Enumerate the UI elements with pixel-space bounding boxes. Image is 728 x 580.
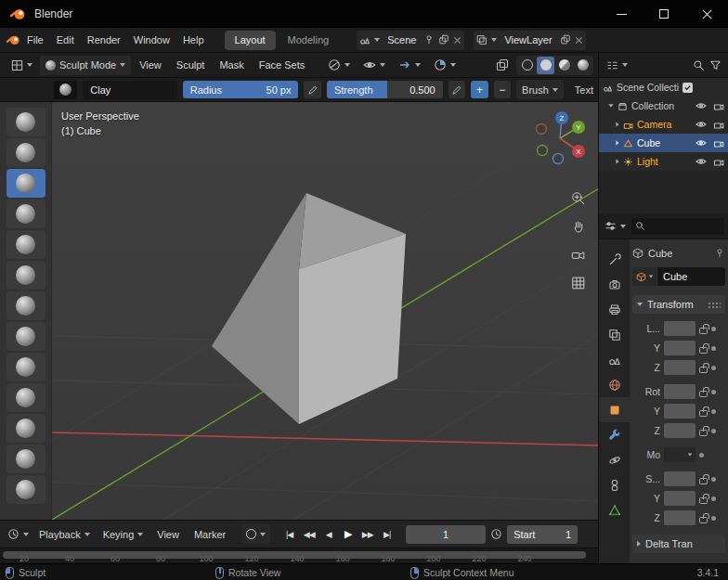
pin-icon[interactable]	[714, 248, 725, 259]
xray-toggle[interactable]	[490, 56, 514, 75]
unlink-scene-icon[interactable]	[453, 36, 462, 45]
brush-fill[interactable]	[6, 445, 46, 473]
lock-icon[interactable]	[699, 430, 708, 436]
tab-world[interactable]	[599, 372, 630, 397]
workspace-tab-modeling[interactable]: Modeling	[278, 31, 340, 50]
lock-icon[interactable]	[699, 367, 708, 373]
panel-grip-icon[interactable]	[708, 302, 721, 308]
timeline-editor-type[interactable]	[5, 524, 32, 544]
animate-dot-icon[interactable]	[711, 390, 716, 394]
animate-dot-icon[interactable]	[711, 366, 716, 370]
animate-dot-icon[interactable]	[711, 409, 716, 414]
lock-icon[interactable]	[699, 478, 708, 484]
outliner-row-collection[interactable]: Collection	[599, 97, 728, 115]
viewlayer-selector[interactable]: ViewLayer	[474, 31, 585, 50]
rotation-x-field[interactable]	[664, 384, 696, 399]
new-viewlayer-icon[interactable]	[560, 34, 571, 45]
outliner-filter[interactable]	[708, 56, 723, 75]
brush-draw[interactable]	[6, 108, 46, 136]
add-button[interactable]: +	[471, 81, 488, 98]
animate-dot-icon[interactable]	[711, 496, 716, 501]
blender-menu-icon[interactable]	[6, 32, 20, 47]
animate-dot-icon[interactable]	[711, 346, 716, 351]
shading-solid-button[interactable]	[537, 57, 554, 74]
properties-editor-type[interactable]	[603, 216, 628, 236]
eye-icon[interactable]	[696, 119, 707, 130]
rotation-z-field[interactable]	[664, 423, 696, 438]
menu-window[interactable]: Window	[127, 31, 176, 49]
location-x-field[interactable]	[664, 321, 696, 336]
tab-tool[interactable]	[599, 247, 630, 272]
radius-pressure-button[interactable]	[304, 81, 320, 98]
location-y-field[interactable]	[664, 341, 696, 355]
previous-keyframe-button[interactable]: ◀◀	[299, 525, 318, 544]
eye-icon[interactable]	[696, 100, 707, 111]
camera-view-button[interactable]	[567, 244, 590, 266]
timeline-scrollbar[interactable]	[3, 551, 586, 559]
gizmo-y-negative[interactable]	[538, 146, 548, 156]
brush-name-field[interactable]: Clay	[83, 81, 176, 99]
mode-selector[interactable]: Sculpt Mode	[40, 56, 131, 75]
playback-menu[interactable]: Playback	[33, 524, 96, 544]
delta-transform-section-header[interactable]: Delta Tran	[632, 535, 725, 553]
lock-icon[interactable]	[699, 410, 708, 417]
outliner-row-cube[interactable]: Cube	[599, 134, 728, 152]
collection-checkbox[interactable]	[682, 83, 693, 93]
lock-icon[interactable]	[699, 391, 708, 397]
rotation-y-field[interactable]	[664, 404, 696, 419]
outliner-row-scene-collection[interactable]: Scene Collecti	[599, 78, 728, 97]
expand-icon[interactable]	[616, 141, 618, 146]
location-z-field[interactable]	[664, 360, 696, 375]
subtract-button[interactable]: −	[494, 81, 511, 98]
transform-section-header[interactable]: Transform	[632, 295, 725, 314]
lock-icon[interactable]	[699, 328, 708, 334]
render-visibility-icon[interactable]	[713, 156, 724, 167]
zoom-button[interactable]	[567, 187, 590, 210]
strength-pressure-button[interactable]	[448, 81, 465, 98]
pan-hand-button[interactable]	[567, 216, 590, 238]
brush-panel-dropdown[interactable]: Brush	[516, 80, 564, 99]
eye-icon[interactable]	[696, 156, 707, 167]
tab-constraints[interactable]	[599, 472, 630, 497]
lock-icon[interactable]	[699, 517, 708, 523]
gizmo-x-negative[interactable]	[537, 124, 547, 135]
menu-view[interactable]: View	[133, 56, 168, 74]
menu-file[interactable]: File	[20, 31, 50, 49]
properties-search-field[interactable]	[631, 218, 724, 235]
brush-smooth[interactable]	[6, 383, 46, 412]
scene-selector[interactable]: Scene	[357, 31, 464, 50]
scale-y-field[interactable]	[664, 491, 696, 506]
menu-face-sets[interactable]: Face Sets	[253, 56, 312, 74]
current-frame-field[interactable]: 1	[406, 525, 486, 544]
brush-inflate[interactable]	[6, 291, 46, 320]
object-id-dropdown[interactable]	[632, 267, 656, 286]
timeline-marker-menu[interactable]: Marker	[188, 525, 232, 544]
tab-object[interactable]	[599, 397, 630, 422]
keying-menu[interactable]: Keying	[98, 524, 150, 544]
animate-dot-icon[interactable]	[711, 477, 716, 482]
tab-render[interactable]	[599, 272, 630, 297]
play-button[interactable]: ▶	[338, 525, 358, 544]
outliner-display-mode[interactable]	[604, 56, 630, 75]
tab-modifiers[interactable]	[599, 422, 630, 447]
texture-panel-dropdown[interactable]: Text	[569, 80, 599, 99]
maximize-button[interactable]	[643, 0, 685, 28]
falloff-dropdown[interactable]	[322, 56, 356, 75]
jump-to-end-button[interactable]: ▶|	[377, 525, 396, 544]
navigation-gizmo[interactable]: Z Y X	[532, 107, 592, 166]
render-visibility-icon[interactable]	[713, 137, 724, 148]
brush-clay[interactable]	[6, 169, 46, 198]
menu-sculpt[interactable]: Sculpt	[170, 56, 212, 74]
tab-scene[interactable]	[599, 347, 630, 372]
expand-icon[interactable]	[616, 160, 618, 164]
workspace-tab-layout[interactable]: Layout	[225, 31, 276, 50]
viewport[interactable]: User Perspective (1) Cube Z Y X	[52, 102, 599, 520]
lock-icon[interactable]	[699, 347, 708, 354]
pin-icon[interactable]	[423, 34, 435, 45]
menu-help[interactable]: Help	[176, 31, 211, 49]
shading-rendered-button[interactable]	[574, 57, 592, 74]
render-visibility-icon[interactable]	[713, 100, 724, 111]
brush-preview-button[interactable]	[54, 81, 77, 99]
animate-dot-icon[interactable]	[699, 453, 704, 458]
expand-icon[interactable]	[608, 104, 613, 107]
